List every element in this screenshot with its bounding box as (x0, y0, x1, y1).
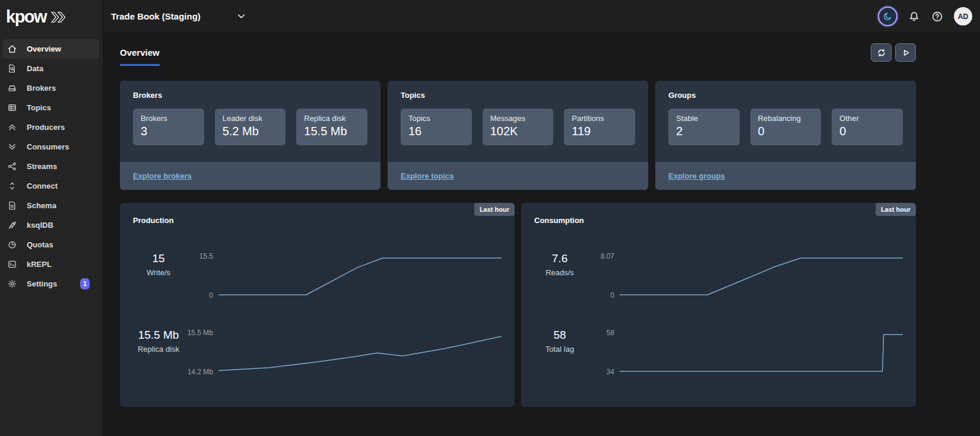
stat-tile-leader-disk: Leader disk 5.2 Mb (215, 109, 286, 145)
chevrons-up-icon (7, 122, 17, 133)
card-title: Brokers (133, 91, 367, 100)
play-button[interactable] (895, 43, 916, 62)
main-column: Trade Book (Staging) (103, 0, 980, 436)
stat-tile-messages: Messages 102K (483, 109, 554, 145)
topbar-actions: AD (878, 7, 972, 26)
axis-min-label: 0 (610, 291, 614, 300)
stat-tile-partitions: Partitions 119 (564, 109, 635, 145)
avatar[interactable]: AD (954, 7, 972, 26)
sidebar-item-label: Quotas (27, 240, 53, 249)
stat-value: 119 (572, 125, 627, 138)
sidebar-item-label: Streams (27, 162, 57, 171)
sidebar-item-consumers[interactable]: Consumers (3, 137, 99, 157)
stat-value: 0 (758, 125, 814, 138)
pie-chart-icon (7, 240, 17, 250)
total-lag-stat: 58 Total lag (534, 326, 585, 376)
stat-tile-other: Other 0 (832, 109, 903, 145)
page-header: Overview (120, 47, 916, 66)
stat-value: 3 (141, 125, 196, 138)
stat-label: Topics (408, 114, 464, 123)
axis-min-label: 0 (209, 291, 213, 300)
logo[interactable]: kpow (0, 0, 103, 33)
explore-groups-link[interactable]: Explore groups (668, 171, 725, 180)
writes-chart-row: 15 Write/s 15.5 0 (133, 250, 502, 300)
share-icon (7, 161, 17, 172)
refresh-button[interactable] (871, 43, 892, 62)
sidebar-item-ksqldb[interactable]: ksqlDB (3, 215, 99, 235)
groups-card: Groups Stable 2 Rebalancing 0 Ot (655, 81, 916, 190)
stat-label: Rebalancing (758, 114, 814, 123)
sidebar-item-label: ksqlDB (27, 221, 53, 230)
stat-label: Leader disk (223, 114, 278, 123)
environment-label: Trade Book (Staging) (111, 11, 201, 21)
axis-max-label: 8.07 (601, 252, 614, 260)
header-actions (871, 43, 916, 62)
sidebar-item-label: Overview (27, 44, 61, 53)
stat-label: Replica disk (304, 114, 360, 123)
terminal-icon (7, 259, 17, 270)
stat-label: Reads/s (534, 268, 585, 277)
sidebar: kpow Overview Data (0, 0, 103, 436)
sidebar-item-krepl[interactable]: kREPL (3, 254, 99, 274)
explore-brokers-link[interactable]: Explore brokers (133, 171, 192, 180)
panel-title: Consumption (534, 216, 903, 225)
sidebar-item-topics[interactable]: Topics (3, 98, 99, 117)
rocket-icon (7, 220, 17, 231)
stat-tile-replica-disk: Replica disk 15.5 Mb (296, 109, 367, 145)
notifications-button[interactable] (908, 10, 921, 23)
chart-panels-row: Last hour Production 15 Write/s 15.5 0 (120, 203, 916, 407)
stat-label: Stable (676, 114, 732, 123)
stat-label: Brokers (141, 114, 196, 123)
sidebar-nav: Overview Data Brokers Topics (0, 33, 103, 294)
production-panel: Last hour Production 15 Write/s 15.5 0 (120, 203, 515, 407)
gear-icon (7, 279, 17, 289)
stat-value: 16 (408, 125, 464, 138)
sidebar-item-producers[interactable]: Producers (3, 117, 99, 137)
stat-tile-rebalancing: Rebalancing 0 (750, 109, 822, 145)
stat-label: Total lag (534, 345, 585, 354)
chevron-down-icon (236, 11, 246, 21)
explore-topics-link[interactable]: Explore topics (401, 171, 454, 180)
stat-label: Partitions (572, 114, 627, 123)
brokers-card: Brokers Brokers 3 Leader disk 5.2 Mb (120, 81, 380, 190)
card-footer: Explore brokers (120, 162, 380, 190)
reads-sparkline (620, 250, 903, 300)
sidebar-item-connect[interactable]: Connect (3, 176, 99, 196)
unfold-icon (7, 181, 17, 192)
tab-overview[interactable]: Overview (120, 47, 160, 66)
topbar: Trade Book (Staging) (103, 0, 980, 33)
sidebar-item-streams[interactable]: Streams (3, 157, 99, 176)
document-icon (7, 201, 17, 211)
total-lag-axis: 58 34 (585, 326, 620, 376)
stat-value: 15 (133, 252, 184, 265)
time-range-badge[interactable]: Last hour (474, 203, 515, 216)
help-button[interactable] (931, 10, 944, 23)
logo-chevrons-icon (50, 11, 68, 24)
sidebar-item-schema[interactable]: Schema (3, 196, 99, 215)
table-icon (7, 103, 17, 113)
environment-selector[interactable]: Trade Book (Staging) (111, 11, 246, 21)
sidebar-item-settings[interactable]: Settings 1 (3, 274, 99, 294)
sidebar-item-label: Consumers (27, 142, 69, 151)
stat-tile-topics: Topics 16 (401, 109, 472, 145)
time-range-badge[interactable]: Last hour (876, 203, 916, 216)
settings-badge: 1 (80, 278, 90, 289)
sidebar-item-quotas[interactable]: Quotas (3, 235, 99, 254)
sidebar-item-label: Schema (27, 201, 56, 210)
axis-min-label: 14.2 Mb (188, 368, 213, 376)
sidebar-item-label: Data (27, 64, 43, 73)
sidebar-item-brokers[interactable]: Brokers (3, 78, 99, 98)
sidebar-item-overview[interactable]: Overview (3, 39, 99, 59)
sidebar-item-label: Brokers (27, 84, 56, 93)
reads-chart-row: 7.6 Reads/s 8.07 0 (534, 250, 903, 300)
replica-disk-chart-row: 15.5 Mb Replica disk 15.5 Mb 14.2 Mb (133, 326, 502, 376)
stat-label: Replica disk (133, 345, 184, 354)
axis-min-label: 34 (607, 368, 614, 376)
theme-toggle-button[interactable] (878, 7, 897, 26)
stat-value: 58 (534, 329, 585, 342)
stat-value: 102K (490, 125, 546, 138)
stat-label: Write/s (133, 268, 184, 277)
moon-icon (883, 11, 893, 22)
sidebar-item-label: kREPL (27, 260, 52, 269)
sidebar-item-data[interactable]: Data (3, 59, 99, 78)
